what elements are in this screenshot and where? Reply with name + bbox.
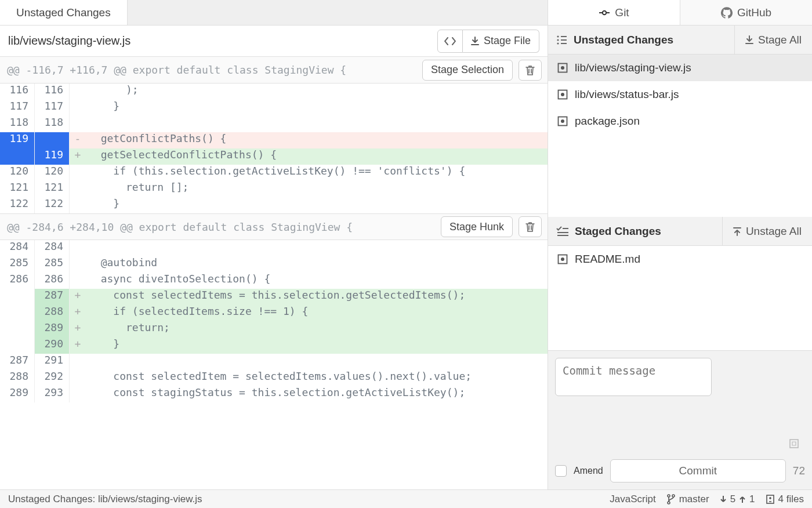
checklist-icon <box>556 226 569 237</box>
staged-title: Staged Changes <box>575 225 661 238</box>
code: } <box>86 100 548 116</box>
new-line-number: 291 <box>35 354 70 370</box>
diff-line[interactable]: 119 getConflictPaths() { <box>0 132 548 148</box>
new-line-number: 120 <box>35 165 70 181</box>
file-item[interactable]: README.md <box>548 246 812 273</box>
stage-hunk-button[interactable]: Stage Hunk <box>441 216 513 237</box>
staged-file-list: README.md <box>548 246 812 350</box>
amend-label: Amend <box>574 466 603 476</box>
gutter <box>70 305 86 321</box>
diff-icon <box>766 494 775 505</box>
tab-github[interactable]: GitHub <box>680 0 812 25</box>
git-commit-icon <box>599 7 610 19</box>
svg-point-2 <box>557 39 559 41</box>
arrow-up-icon <box>739 495 746 503</box>
diff-line[interactable]: 119 getSelectedConflictPaths() { <box>0 148 548 165</box>
old-line-number: 286 <box>0 273 35 289</box>
unstage-all-button[interactable]: Unstage All <box>722 217 812 245</box>
svg-point-14 <box>672 495 675 497</box>
code: } <box>86 197 548 213</box>
old-line-number: 284 <box>0 240 35 256</box>
stage-all-button[interactable]: Stage All <box>734 26 812 54</box>
svg-point-15 <box>668 502 670 504</box>
upload-icon <box>733 227 741 236</box>
tab-unstaged-changes[interactable]: Unstaged Changes <box>0 0 128 25</box>
char-remaining: 72 <box>793 465 805 477</box>
file-path: lib/views/status-bar.js <box>575 88 679 101</box>
file-item[interactable]: lib/views/status-bar.js <box>548 81 812 108</box>
file-path: lib/views/staging-view.js <box>8 34 130 48</box>
code: ); <box>86 84 548 100</box>
file-path: lib/views/staging-view.js <box>575 61 691 74</box>
status-files[interactable]: 4 files <box>766 494 804 505</box>
status-fetch[interactable]: 5 1 <box>720 494 755 505</box>
diff-pane: Unstaged Changes lib/views/staging-view.… <box>0 0 548 489</box>
diff-line[interactable]: 286 286 async diveIntoSelection() { <box>0 273 548 289</box>
svg-point-7 <box>561 93 564 96</box>
download-icon <box>745 35 753 45</box>
diff-line[interactable]: 118 118 <box>0 116 548 132</box>
code: } <box>86 338 548 354</box>
new-line-number: 117 <box>35 100 70 116</box>
new-line-number: 121 <box>35 181 70 197</box>
amend-checkbox[interactable] <box>555 465 567 477</box>
gutter <box>70 197 86 213</box>
new-line-number: 285 <box>35 256 70 273</box>
status-bar: Unstaged Changes: lib/views/staging-view… <box>0 489 812 508</box>
old-line-number: 289 <box>0 386 35 402</box>
old-line-number <box>0 148 35 165</box>
file-item[interactable]: package.json <box>548 108 812 135</box>
tab-git[interactable]: Git <box>548 0 680 25</box>
modified-icon <box>557 89 568 100</box>
new-line-number: 290 <box>35 338 70 354</box>
diff-line[interactable]: 287 291 <box>0 354 548 370</box>
commit-message-input[interactable] <box>555 358 712 396</box>
diff-line[interactable]: 288 if (selectedItems.size !== 1) { <box>0 305 548 321</box>
new-line-number: 293 <box>35 386 70 402</box>
status-branch[interactable]: master <box>666 494 709 505</box>
gutter <box>70 165 86 181</box>
github-icon <box>721 7 733 19</box>
diff-line[interactable]: 121 121 return []; <box>0 181 548 197</box>
discard-hunk-button[interactable] <box>519 60 542 81</box>
expand-icon[interactable] <box>789 438 799 449</box>
stage-hunk-button[interactable]: Stage Selection <box>422 60 513 81</box>
gutter <box>70 181 86 197</box>
new-line-number <box>35 132 70 148</box>
diff-line[interactable]: 284 284 <box>0 240 548 256</box>
discard-hunk-button[interactable] <box>519 216 542 237</box>
svg-rect-12 <box>790 440 798 448</box>
old-line-number: 288 <box>0 370 35 386</box>
gutter <box>70 289 86 305</box>
gutter <box>70 273 86 289</box>
diff-line[interactable]: 289 293 const stagingStatus = this.selec… <box>0 386 548 402</box>
code: return; <box>86 321 548 338</box>
gutter <box>70 116 86 132</box>
diff-line[interactable]: 117 117 } <box>0 100 548 116</box>
new-line-number: 286 <box>35 273 70 289</box>
open-file-button[interactable] <box>437 30 463 53</box>
file-item[interactable]: lib/views/staging-view.js <box>548 55 812 81</box>
old-line-number: 116 <box>0 84 35 100</box>
diff-line[interactable]: 120 120 if (this.selection.getActiveList… <box>0 165 548 181</box>
svg-point-5 <box>561 66 564 70</box>
diff-line[interactable]: 116 116 ); <box>0 84 548 100</box>
diff-line[interactable]: 290 } <box>0 338 548 354</box>
commit-button[interactable]: Commit <box>610 459 786 482</box>
diff-line[interactable]: 285 285 @autobind <box>0 256 548 273</box>
status-language[interactable]: JavaScript <box>610 494 655 505</box>
gutter <box>70 370 86 386</box>
stage-file-button[interactable]: Stage File <box>463 30 539 53</box>
old-line-number: 120 <box>0 165 35 181</box>
diff-line[interactable]: 122 122 } <box>0 197 548 213</box>
diff-line[interactable]: 288 292 const selectedItem = selectedIte… <box>0 370 548 386</box>
list-icon <box>556 35 568 45</box>
diff-line[interactable]: 287 const selectedItems = this.selection… <box>0 289 548 305</box>
new-line-number: 116 <box>35 84 70 100</box>
old-line-number: 287 <box>0 354 35 370</box>
gutter <box>70 132 86 148</box>
svg-point-3 <box>557 42 559 44</box>
diff-line[interactable]: 289 return; <box>0 321 548 338</box>
code: const selectedItem = selectedItems.value… <box>86 370 548 386</box>
git-panel: Git GitHub Unstaged Changes Stage All li… <box>548 0 812 489</box>
